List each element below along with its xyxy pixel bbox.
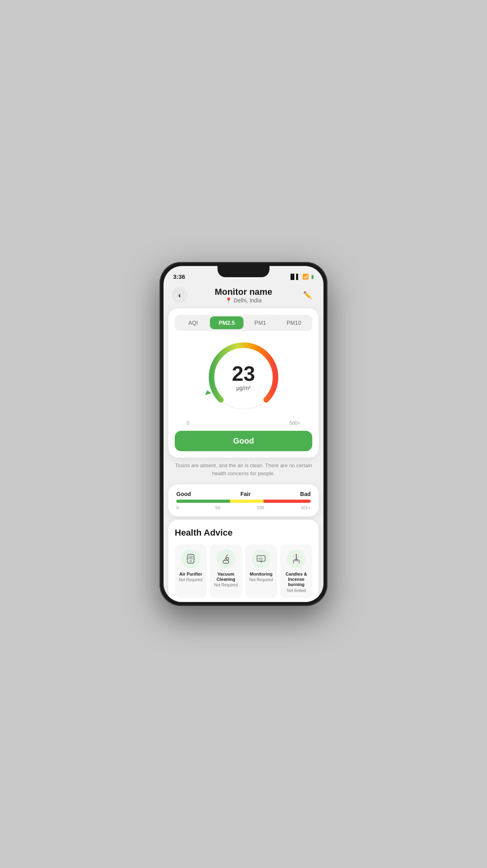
header: ‹ Monitor name 📍 Delhi, India ✏️ xyxy=(164,284,323,308)
tab-bar: AQI PM2.5 PM1 PM10 xyxy=(175,315,312,331)
health-item-candles-status: Not limited xyxy=(287,588,305,593)
scale-num-100: 100 xyxy=(257,505,264,510)
scale-label-fair: Fair xyxy=(240,491,251,497)
scale-num-0: 0 xyxy=(176,505,179,510)
battery-icon: ▮ xyxy=(311,274,314,280)
air-purifier-icon xyxy=(181,549,200,568)
health-item-vacuum-name: Vacuum Cleaning xyxy=(213,572,239,582)
tab-pm10[interactable]: PM10 xyxy=(277,316,311,329)
wifi-icon: 📶 xyxy=(302,274,309,280)
scale-num-101: 101+ xyxy=(301,505,311,510)
main-card: AQI PM2.5 PM1 PM10 xyxy=(168,308,319,458)
vacuum-svg xyxy=(220,553,232,564)
gauge-labels: 0 500+ xyxy=(175,420,312,426)
tab-aqi[interactable]: AQI xyxy=(176,316,210,329)
svg-point-6 xyxy=(190,560,192,562)
back-icon: ‹ xyxy=(178,291,181,300)
health-item-monitoring-name: Monitoring xyxy=(250,572,273,577)
svg-point-9 xyxy=(226,558,229,560)
health-item-vacuum-status: Not Required xyxy=(214,583,238,588)
gauge-value: 23 xyxy=(232,363,255,384)
phone-shell: 3:36 ▐▌▌ 📶 ▮ ‹ Monitor name 📍 Delhi, Ind… xyxy=(160,262,327,606)
gauge-unit: μg/m³ xyxy=(232,385,255,391)
health-item-candles: Candles & Incense burning Not limited xyxy=(280,544,312,598)
health-item-vacuum: Vacuum Cleaning Not Required xyxy=(210,544,242,598)
scale-label-good: Good xyxy=(176,491,191,497)
tab-pm25[interactable]: PM2.5 xyxy=(210,316,244,329)
edit-icon: ✏️ xyxy=(303,291,312,300)
scale-num-50: 50 xyxy=(216,505,220,510)
monitoring-icon: AQI xyxy=(251,549,271,568)
health-card: Health Advice xyxy=(168,520,319,602)
phone-wrapper: 3:36 ▐▌▌ 📶 ▮ ‹ Monitor name 📍 Delhi, Ind… xyxy=(160,262,327,606)
health-item-candles-name: Candles & Incense burning xyxy=(283,572,309,588)
scale-labels: Good Fair Bad xyxy=(176,491,311,497)
notch xyxy=(218,266,269,277)
status-button[interactable]: Good xyxy=(175,431,312,451)
candles-icon xyxy=(287,549,306,568)
monitoring-svg: AQI xyxy=(255,553,267,564)
candles-svg xyxy=(291,553,302,564)
tab-pm1[interactable]: PM1 xyxy=(244,316,277,329)
gauge-container: 23 μg/m³ xyxy=(175,337,312,417)
health-item-air-purifier-status: Not Required xyxy=(179,578,203,582)
gauge-center: 23 μg/m³ xyxy=(232,363,255,391)
scale-numbers: 0 50 100 101+ xyxy=(176,505,311,510)
svg-rect-8 xyxy=(223,560,229,563)
scale-bar xyxy=(176,500,311,503)
gauge-max-label: 500+ xyxy=(289,420,300,426)
phone-screen: 3:36 ▐▌▌ 📶 ▮ ‹ Monitor name 📍 Delhi, Ind… xyxy=(164,266,323,602)
status-icons: ▐▌▌ 📶 ▮ xyxy=(289,274,314,280)
health-item-monitoring-status: Not Required xyxy=(249,578,273,582)
back-button[interactable]: ‹ xyxy=(172,287,188,303)
health-grid: Air Purifier Not Required xyxy=(175,544,312,598)
scale-label-bad: Bad xyxy=(300,491,311,497)
edit-button[interactable]: ✏️ xyxy=(299,287,315,303)
scale-card: Good Fair Bad 0 50 100 101+ xyxy=(168,484,319,516)
signal-icon: ▐▌▌ xyxy=(289,274,300,280)
status-time: 3:36 xyxy=(173,273,185,280)
page-title: Monitor name xyxy=(215,287,272,297)
health-title: Health Advice xyxy=(175,528,312,538)
vacuum-icon xyxy=(216,549,236,568)
health-item-monitoring: AQI Monitoring Not Required xyxy=(245,544,277,598)
description-text: Toxins are absent, and the air is clean.… xyxy=(164,458,323,481)
air-purifier-svg xyxy=(185,553,196,564)
header-center: Monitor name 📍 Delhi, India xyxy=(215,287,272,304)
svg-text:AQI: AQI xyxy=(258,557,263,560)
location-label: 📍 Delhi, India xyxy=(215,297,272,304)
location-icon: 📍 xyxy=(225,297,232,304)
svg-marker-1 xyxy=(204,390,212,395)
health-item-air-purifier-name: Air Purifier xyxy=(180,572,202,577)
health-item-air-purifier: Air Purifier Not Required xyxy=(175,544,207,598)
gauge-min-label: 0 xyxy=(187,420,190,426)
